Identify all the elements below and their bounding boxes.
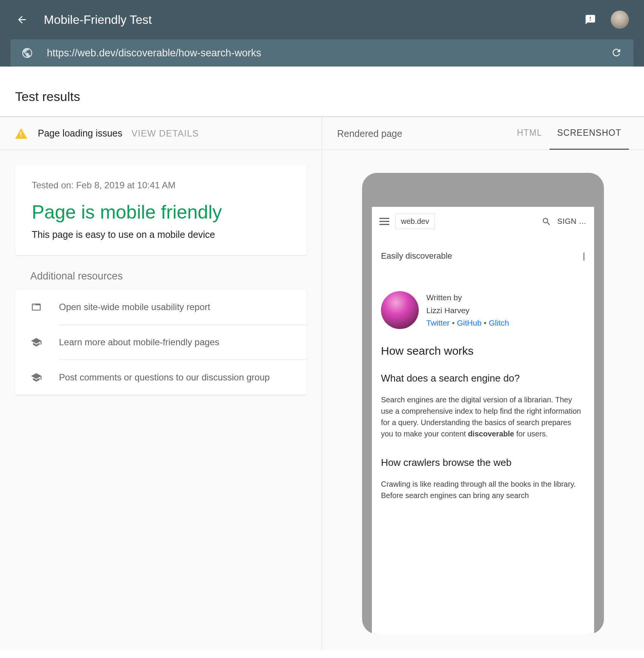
breadcrumb-sep: |: [583, 251, 585, 261]
preview-paragraph: Crawling is like reading through all the…: [372, 472, 594, 507]
p-bold: discoverable: [468, 430, 514, 438]
rendered-page-label: Rendered page: [337, 128, 509, 150]
verdict-card: Tested on: Feb 8, 2019 at 10:41 AM Page …: [15, 165, 307, 255]
search-icon: [542, 217, 551, 227]
resource-label: Post comments or questions to our discus…: [59, 370, 291, 385]
feedback-icon: [585, 14, 596, 25]
right-column: Rendered page HTML SCREENSHOT web.dev SI…: [322, 117, 644, 650]
author-avatar: [381, 291, 419, 329]
resources-card: Open site-wide mobile usability report L…: [15, 290, 307, 395]
school-icon: [30, 336, 42, 348]
url-bar: https://web.dev/discoverable/how-search-…: [11, 39, 633, 67]
feedback-button[interactable]: [584, 13, 597, 26]
phone-preview-container: web.dev SIGN … Easily discoverable | Wri…: [322, 150, 644, 650]
app-title: Mobile-Friendly Test: [44, 13, 584, 27]
app-header: Mobile-Friendly Test https://web.dev/dis…: [0, 0, 644, 67]
preview-site-label: web.dev: [395, 214, 435, 229]
globe-icon: [21, 47, 33, 59]
twitter-link: Twitter: [426, 318, 450, 327]
header-top-row: Mobile-Friendly Test: [0, 0, 644, 39]
resource-row-report[interactable]: Open site-wide mobile usability report: [15, 290, 307, 324]
view-details-button[interactable]: VIEW DETAILS: [132, 128, 199, 139]
preview-breadcrumb: Easily discoverable |: [372, 236, 594, 268]
preview-h2: What does a search engine do?: [372, 361, 594, 388]
preview-author-block: Written by Lizzi Harvey Twitter • GitHub…: [372, 268, 594, 341]
arrow-left-icon: [16, 14, 28, 25]
columns: Page loading issues VIEW DETAILS Tested …: [0, 117, 644, 650]
resource-row-discuss[interactable]: Post comments or questions to our discus…: [15, 360, 307, 395]
glitch-link: Glitch: [489, 318, 509, 327]
tab-screenshot[interactable]: SCREENSHOT: [550, 128, 629, 150]
p-text: for users.: [514, 430, 548, 438]
refresh-button[interactable]: [611, 47, 623, 59]
resource-label: Learn more about mobile-friendly pages: [59, 335, 291, 350]
phone-frame: web.dev SIGN … Easily discoverable | Wri…: [362, 173, 604, 634]
menu-icon: [379, 218, 389, 225]
back-button[interactable]: [15, 13, 29, 26]
tested-on-label: Tested on: Feb 8, 2019 at 10:41 AM: [32, 180, 290, 191]
url-input[interactable]: https://web.dev/discoverable/how-search-…: [47, 47, 611, 59]
author-links: Twitter • GitHub • Glitch: [426, 317, 509, 329]
tab-html[interactable]: HTML: [509, 128, 550, 150]
left-column: Page loading issues VIEW DETAILS Tested …: [0, 117, 322, 650]
verdict-title: Page is mobile friendly: [32, 201, 290, 223]
github-link: GitHub: [457, 318, 481, 327]
right-header: Rendered page HTML SCREENSHOT: [322, 117, 644, 150]
resources-heading: Additional resources: [30, 270, 307, 282]
resource-row-learn[interactable]: Learn more about mobile-friendly pages: [15, 325, 307, 360]
preview-signin: SIGN …: [557, 217, 587, 226]
refresh-icon: [611, 47, 622, 58]
school-icon: [30, 371, 42, 383]
loading-issues-row: Page loading issues VIEW DETAILS: [0, 117, 322, 150]
results-heading: Test results: [15, 89, 629, 104]
written-by-label: Written by: [426, 291, 509, 304]
preview-paragraph: Search engines are the digital version o…: [372, 388, 594, 445]
resource-label: Open site-wide mobile usability report: [59, 300, 291, 315]
phone-screen: web.dev SIGN … Easily discoverable | Wri…: [372, 207, 594, 634]
author-info: Written by Lizzi Harvey Twitter • GitHub…: [426, 291, 509, 329]
results-bar: Test results: [0, 77, 644, 117]
user-avatar[interactable]: [611, 11, 629, 29]
preview-h2: How crawlers browse the web: [372, 445, 594, 472]
issues-label: Page loading issues: [38, 128, 122, 139]
preview-header: web.dev SIGN …: [372, 207, 594, 236]
breadcrumb-text: Easily discoverable: [381, 251, 452, 261]
verdict-subtitle: This page is easy to use on a mobile dev…: [32, 229, 290, 240]
web-icon: [30, 301, 42, 313]
preview-h1: How search works: [372, 341, 594, 361]
author-name: Lizzi Harvey: [426, 304, 509, 317]
warning-icon: [15, 128, 27, 139]
